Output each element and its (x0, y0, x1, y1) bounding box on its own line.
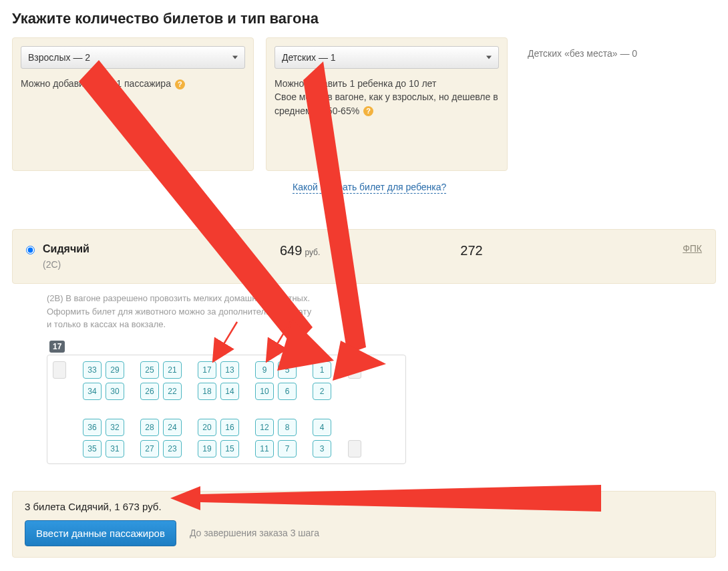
seat[interactable]: 18 (198, 383, 216, 400)
infants-dropdown[interactable]: Детских «без места» — 0 (528, 45, 693, 61)
seat[interactable]: 35 (83, 440, 102, 457)
children-dropdown[interactable]: Детских — 1 (275, 46, 499, 69)
seat[interactable]: 1 (313, 361, 331, 379)
seat[interactable]: 29 (106, 361, 124, 379)
seat[interactable]: 6 (278, 383, 297, 400)
car-operator: ФПК (683, 243, 702, 254)
car-price: 649руб. (280, 243, 320, 258)
seat[interactable]: 22 (163, 383, 182, 400)
carriage-animal-info: (2В) В вагоне разрешено провозить мелких… (12, 284, 716, 337)
seat-scheme: 33 29 25 21 17 13 9 5 1 34 (47, 355, 406, 464)
seat[interactable]: 28 (140, 419, 159, 436)
seat[interactable]: 10 (255, 383, 274, 400)
seat[interactable]: 32 (106, 419, 124, 436)
seat[interactable]: 23 (163, 440, 182, 457)
seat[interactable]: 21 (163, 361, 182, 379)
steps-remaining: До завершения заказа 3 шага (190, 528, 319, 538)
luggage-icon (348, 361, 361, 379)
child-ticket-help-link[interactable]: Какой выбрать билет для ребенка? (293, 182, 446, 194)
seat[interactable]: 31 (106, 440, 124, 457)
children-block: Детских — 1 Можно добавить 1 ребенка до … (266, 37, 508, 171)
seat[interactable]: 8 (278, 419, 297, 436)
seat[interactable]: 36 (83, 419, 102, 436)
seat[interactable]: 25 (140, 361, 159, 379)
summary-panel: 3 билета Сидячий, 1 673 руб. Ввести данн… (12, 491, 716, 558)
car-type-code: (2С) (43, 259, 89, 270)
help-icon[interactable]: ? (363, 106, 373, 116)
seat[interactable]: 16 (220, 419, 239, 436)
seat[interactable]: 4 (313, 419, 331, 436)
seat[interactable]: 7 (278, 440, 297, 457)
seat[interactable]: 19 (198, 440, 216, 457)
seat[interactable]: 17 (198, 361, 216, 379)
seat[interactable]: 12 (255, 419, 274, 436)
car-available: 272 (460, 243, 482, 258)
page-title: Укажите количество билетов и тип вагона (12, 0, 716, 37)
seat[interactable]: 33 (83, 361, 102, 379)
seat[interactable]: 14 (220, 383, 239, 400)
seat[interactable]: 9 (255, 361, 274, 379)
adults-label: Взрослых — 2 (28, 52, 90, 63)
car-type-name: Сидячий (43, 243, 89, 255)
enter-passenger-data-button[interactable]: Ввести данные пассажиров (25, 520, 176, 546)
seat[interactable]: 5 (278, 361, 297, 379)
adults-dropdown[interactable]: Взрослых — 2 (21, 46, 245, 69)
carriage-number-badge[interactable]: 17 (49, 341, 65, 353)
infants-block: Детских «без места» — 0 (520, 37, 701, 171)
seat[interactable]: 27 (140, 440, 159, 457)
car-type-radio[interactable] (26, 246, 35, 254)
seat[interactable]: 15 (220, 440, 239, 457)
adults-block: Взрослых — 2 Можно добавить еще 1 пассаж… (12, 37, 254, 171)
children-hint: Можно добавить 1 ребенка до 10 лет Свое … (275, 77, 499, 118)
toilet-icon (53, 361, 66, 379)
seat[interactable]: 26 (140, 383, 159, 400)
seat[interactable]: 3 (313, 440, 331, 457)
seat[interactable]: 20 (198, 419, 216, 436)
seat[interactable]: 11 (255, 440, 274, 457)
children-label: Детских — 1 (282, 52, 336, 63)
help-icon[interactable]: ? (175, 79, 185, 89)
service-icon (348, 440, 361, 457)
seat[interactable]: 2 (313, 383, 331, 400)
car-type-panel: Сидячий (2С) 649руб. 272 ФПК (12, 229, 716, 284)
seat[interactable]: 13 (220, 361, 239, 379)
seat[interactable]: 34 (83, 383, 102, 400)
summary-text: 3 билета Сидячий, 1 673 руб. (25, 501, 703, 512)
adults-hint: Можно добавить еще 1 пассажира ? (21, 77, 245, 90)
seat[interactable]: 30 (106, 383, 124, 400)
seat[interactable]: 24 (163, 419, 182, 436)
